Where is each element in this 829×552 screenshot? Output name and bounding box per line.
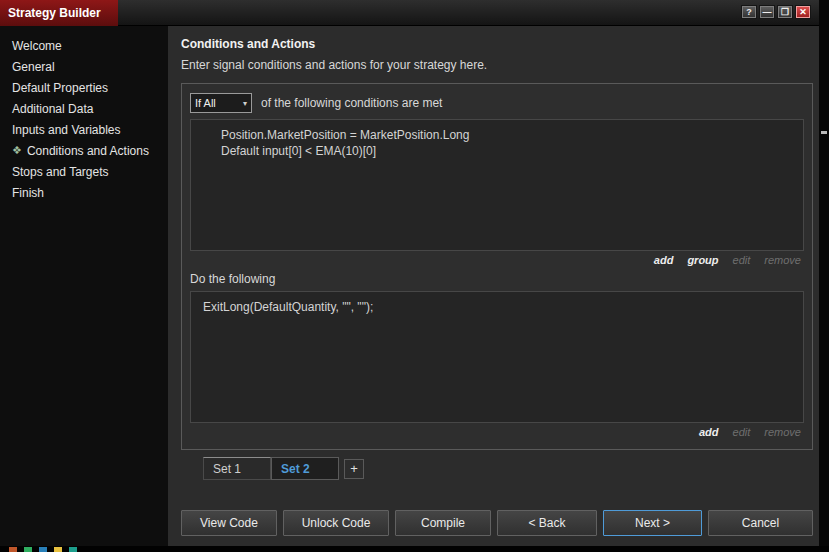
- conditions-link-row: add group edit remove: [190, 251, 804, 268]
- taskbar-icon: [69, 547, 77, 552]
- maximize-button[interactable]: ❐: [777, 5, 793, 19]
- background-window-sliver: [821, 131, 827, 134]
- actions-edit-link: edit: [733, 426, 751, 438]
- background-bottom-strip: [0, 546, 829, 552]
- compile-button[interactable]: Compile: [395, 510, 491, 536]
- next-button[interactable]: Next >: [603, 510, 702, 536]
- sidebar-item-label: General: [12, 60, 55, 74]
- sidebar-item-general[interactable]: General: [0, 56, 168, 77]
- sidebar-item-label: Stops and Targets: [12, 165, 109, 179]
- tab-set-1[interactable]: Set 1: [203, 457, 271, 480]
- taskbar-icon: [54, 547, 62, 552]
- taskbar-icon: [9, 547, 17, 552]
- set-tabs: Set 1 Set 2 +: [203, 457, 813, 480]
- sidebar-item-conditions-and-actions[interactable]: ❖ Conditions and Actions: [0, 140, 168, 161]
- tab-set-2[interactable]: Set 2: [271, 457, 339, 480]
- sidebar-item-label: Default Properties: [12, 81, 108, 95]
- minimize-button[interactable]: —: [759, 5, 775, 19]
- actions-label: Do the following: [190, 272, 804, 286]
- dropdown-value: If All: [195, 97, 216, 109]
- condition-mode-dropdown[interactable]: If All ▾: [190, 93, 252, 113]
- back-button[interactable]: < Back: [497, 510, 597, 536]
- cancel-button[interactable]: Cancel: [708, 510, 813, 536]
- sidebar-item-label: Conditions and Actions: [27, 144, 149, 158]
- condition-mode-row: If All ▾ of the following conditions are…: [190, 93, 804, 113]
- wizard-sidebar: Welcome General Default Properties Addit…: [0, 26, 168, 546]
- title-bar: Strategy Builder ? — ❐ ✕: [0, 0, 819, 26]
- title-highlight: Strategy Builder: [0, 0, 118, 26]
- sidebar-item-label: Additional Data: [12, 102, 93, 116]
- main-panel: Conditions and Actions Enter signal cond…: [168, 26, 819, 546]
- sidebar-item-inputs-and-variables[interactable]: Inputs and Variables: [0, 119, 168, 140]
- conditions-actions-panel: If All ▾ of the following conditions are…: [181, 83, 813, 450]
- taskbar-icon: [39, 547, 47, 552]
- actions-list[interactable]: ExitLong(DefaultQuantity, "", "");: [190, 291, 804, 423]
- conditions-list[interactable]: Position.MarketPosition = MarketPosition…: [190, 119, 804, 251]
- conditions-edit-link: edit: [733, 254, 751, 266]
- bottom-button-row: View Code Unlock Code Compile < Back Nex…: [181, 510, 813, 536]
- sidebar-item-stops-and-targets[interactable]: Stops and Targets: [0, 161, 168, 182]
- actions-remove-link: remove: [764, 426, 801, 438]
- help-button[interactable]: ?: [741, 5, 757, 19]
- conditions-remove-link: remove: [764, 254, 801, 266]
- window-controls: ? — ❐ ✕: [741, 5, 811, 19]
- add-set-button[interactable]: +: [344, 459, 364, 479]
- background-right-strip: [819, 0, 829, 552]
- sidebar-item-welcome[interactable]: Welcome: [0, 35, 168, 56]
- condition-line[interactable]: Default input[0] < EMA(10)[0]: [221, 143, 795, 159]
- taskbar-icons: [9, 547, 77, 552]
- sidebar-item-additional-data[interactable]: Additional Data: [0, 98, 168, 119]
- condition-line[interactable]: Position.MarketPosition = MarketPosition…: [221, 127, 795, 143]
- chevron-down-icon: ▾: [243, 99, 247, 108]
- page-title: Conditions and Actions: [181, 37, 813, 51]
- view-code-button[interactable]: View Code: [181, 510, 277, 536]
- sidebar-item-label: Welcome: [12, 39, 62, 53]
- sidebar-item-default-properties[interactable]: Default Properties: [0, 77, 168, 98]
- sidebar-item-label: Inputs and Variables: [12, 123, 121, 137]
- sidebar-item-label: Finish: [12, 186, 44, 200]
- action-line[interactable]: ExitLong(DefaultQuantity, "", "");: [203, 299, 795, 315]
- unlock-code-button[interactable]: Unlock Code: [283, 510, 389, 536]
- current-step-icon: ❖: [12, 144, 22, 157]
- window-title: Strategy Builder: [8, 6, 101, 20]
- page-subtitle: Enter signal conditions and actions for …: [181, 58, 813, 72]
- actions-add-link[interactable]: add: [699, 426, 719, 438]
- condition-mode-suffix: of the following conditions are met: [261, 96, 442, 110]
- close-button[interactable]: ✕: [795, 5, 811, 19]
- conditions-add-link[interactable]: add: [654, 254, 674, 266]
- taskbar-icon: [24, 547, 32, 552]
- sidebar-item-finish[interactable]: Finish: [0, 182, 168, 203]
- actions-link-row: add edit remove: [190, 423, 804, 440]
- strategy-builder-window: Strategy Builder ? — ❐ ✕ Welcome General…: [0, 0, 819, 546]
- conditions-group-link[interactable]: group: [687, 254, 718, 266]
